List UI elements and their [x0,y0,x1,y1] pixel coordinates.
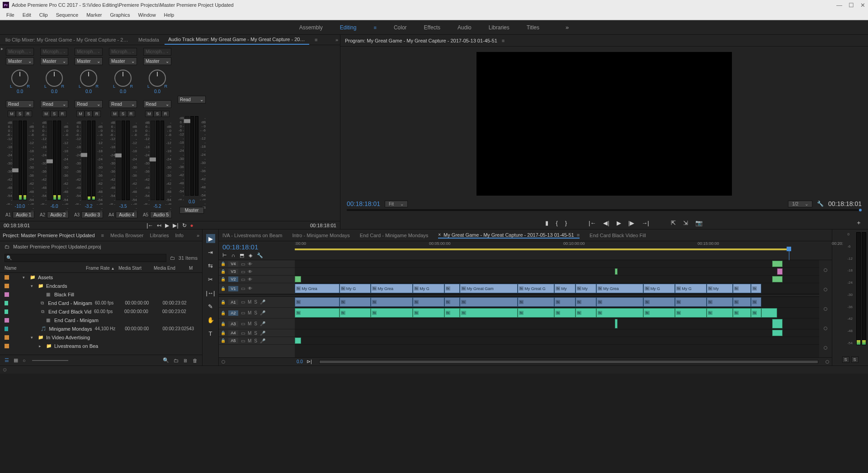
clip[interactable] [295,276,301,282]
clip[interactable]: fx [751,297,761,307]
toggle-sync-icon[interactable]: ▭ [241,300,245,304]
lock-icon[interactable]: 🔒 [221,322,226,326]
clip[interactable]: fx [596,297,643,307]
menu-clip[interactable]: Clip [36,11,52,19]
track-options-icon[interactable] [824,268,827,272]
toggle-output-icon[interactable]: 👁 [248,262,252,267]
lock-icon[interactable]: 🔒 [221,300,226,304]
timeline-ruler[interactable]: :00:0000:05:00:0000:10:00:0000:15:00:000… [295,241,832,248]
project-item[interactable]: ▾📁Endcards [0,281,202,290]
mute-button[interactable]: M [248,310,251,315]
workspace-assembly[interactable]: Assembly [299,24,323,31]
selection-tool-icon[interactable]: ▶ [206,234,215,243]
mute-button[interactable]: M [248,321,251,326]
clip[interactable] [772,319,783,328]
clip[interactable]: fx [596,308,643,318]
lock-icon[interactable]: 🔒 [221,331,226,335]
lock-icon[interactable]: 🔒 [221,311,226,315]
master-solo-left[interactable]: S [842,356,849,363]
program-tab[interactable]: Program: My Great Game - My Great Captur… [345,38,497,43]
mute-button[interactable]: M [42,111,50,117]
clip[interactable]: fx [751,284,761,293]
tab-libraries[interactable]: Libraries [150,233,169,238]
solo-button[interactable]: S [153,111,161,117]
minimize-button[interactable]: — [836,2,842,9]
workspace-menu-icon[interactable]: ≡ [373,25,376,30]
track-name[interactable]: A3 [228,321,238,327]
project-item[interactable]: 🎵Minigame Mondays44,100 Hz00:00:00:0000:… [0,324,202,333]
audio-track-header[interactable]: 🔒A5▭MS🎤 [219,337,295,345]
hand-tool-icon[interactable]: ✋ [206,315,215,324]
pan-knob[interactable] [46,70,63,87]
settings-wrench-icon[interactable]: 🔧 [817,201,824,207]
label-swatch[interactable] [5,344,9,348]
track-options-icon[interactable] [824,307,827,311]
new-item-icon[interactable]: 🗎 [183,358,188,363]
play-icon[interactable]: ▶ [165,222,169,229]
clip[interactable]: fx [751,308,761,318]
channel-output-dropdown[interactable]: Master⌄ [75,57,103,65]
audio-track-header[interactable]: 🔒A2▭MS🎤 [219,308,295,318]
track-name[interactable]: A4 [228,330,238,336]
new-bin-icon[interactable]: 🗀 [170,255,175,261]
step-forward-icon[interactable]: ▶| [173,222,178,229]
track-name[interactable]: V4 [228,261,238,267]
clip[interactable]: fx [554,297,575,307]
clip[interactable]: fx [295,308,340,318]
project-item[interactable]: ▦End Card - Minigam [0,316,202,324]
workspace-libraries[interactable]: Libraries [489,24,509,31]
record-enable-button[interactable]: R [24,111,32,117]
sequence-tab[interactable]: ×My Great Game - My Great Capture - 2017… [438,232,580,239]
zoom-fit-dropdown[interactable]: Fit⌄ [385,201,408,207]
label-swatch[interactable] [5,309,8,314]
clip[interactable]: fx [295,297,340,307]
clip[interactable]: fxMy G [675,284,707,293]
workspace-titles[interactable]: Titles [527,24,539,31]
workspace-editing[interactable]: Editing [340,24,357,31]
label-swatch[interactable] [5,284,9,288]
record-icon[interactable]: ● [190,222,193,229]
volume-fader[interactable] [151,121,155,200]
automation-mode-dropdown[interactable]: Read⌄ [40,100,68,108]
solo-button[interactable]: S [50,111,58,117]
voice-over-icon[interactable]: 🎤 [260,338,265,343]
lock-icon[interactable]: 🔒 [221,286,226,291]
tab-audio-track-mixer[interactable]: Audio Track Mixer: My Great Game - My Gr… [165,35,309,45]
freeform-view-icon[interactable]: ○ [23,358,26,363]
disclosure-icon[interactable]: ▸ [39,344,43,348]
automation-mode-dropdown[interactable]: Read⌄ [143,100,171,108]
mixer-expand-toggle[interactable]: ▸ [1,46,3,51]
channel-output-dropdown[interactable]: Master⌄ [109,57,137,65]
maximize-button[interactable]: ☐ [849,2,854,9]
clip[interactable]: fx [707,297,733,307]
clip[interactable] [777,268,783,275]
track-lane-a5[interactable] [295,337,819,345]
toggle-output-icon[interactable]: 👁 [248,277,252,282]
lock-icon[interactable]: 🔒 [221,338,226,343]
channel-name[interactable]: Audio 1 [13,211,34,218]
channel-name[interactable]: Audio 5 [150,211,172,218]
track-lane-v2[interactable] [295,276,819,283]
clip[interactable]: fx [733,297,751,307]
clip[interactable]: fx [444,284,460,293]
pan-value[interactable]: 0.0 [120,89,126,94]
channel-input-dropdown[interactable]: Microph...⌄ [75,48,103,56]
channel-output-dropdown[interactable]: Master⌄ [6,57,34,65]
track-lane-a3[interactable] [295,318,819,329]
record-enable-button[interactable]: R [161,111,170,117]
extract-icon[interactable]: ⇲ [683,220,688,226]
mute-button[interactable]: M [76,111,85,117]
clip[interactable] [295,337,301,344]
clip[interactable] [761,308,777,318]
clip[interactable]: fxMy Grea [596,284,643,293]
automation-mode-dropdown[interactable]: Read⌄ [178,96,206,103]
pan-value[interactable]: 0.0 [154,89,160,94]
workspace-overflow-icon[interactable]: » [566,24,569,31]
track-lane-v4[interactable] [295,260,819,268]
label-swatch[interactable] [5,275,9,280]
clip[interactable]: fx [643,308,675,318]
record-enable-button[interactable]: R [93,111,101,117]
label-swatch[interactable] [5,318,9,323]
clip[interactable]: fxMy G [413,284,444,293]
clip[interactable]: fx [371,297,413,307]
